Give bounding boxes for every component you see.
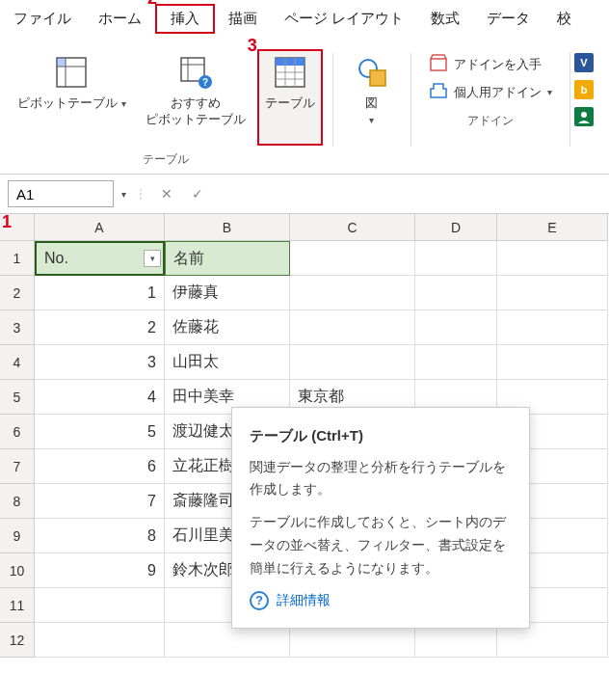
table-tooltip: テーブル (Ctrl+T) 関連データの整理と分析を行うテーブルを作成します。 …: [231, 407, 530, 629]
row-header[interactable]: 10: [0, 553, 35, 588]
cell[interactable]: 山田太: [165, 345, 290, 380]
name-box[interactable]: [8, 180, 114, 207]
row-header[interactable]: 7: [0, 449, 35, 484]
cell[interactable]: [497, 276, 608, 310]
spreadsheet-grid: A B C D E 1 1 No. ▾ 名前 21伊藤真 32佐藤花 43山田太…: [0, 214, 609, 658]
annotation-3: 3: [248, 36, 257, 56]
tooltip-p1: 関連データの整理と分析を行うテーブルを作成します。: [250, 456, 512, 502]
people-icon[interactable]: [574, 107, 594, 126]
row-header[interactable]: 5: [0, 380, 35, 415]
cell[interactable]: 9: [35, 553, 165, 588]
table-button[interactable]: テーブル: [257, 49, 323, 146]
col-header-C[interactable]: C: [290, 214, 415, 241]
menu-draw[interactable]: 描画: [215, 6, 271, 32]
menu-bar: ファイル ホーム 2 挿入 描画 ページ レイアウト 数式 データ 校: [0, 0, 609, 41]
table-row: 43山田太: [0, 345, 609, 380]
header-no: No.: [44, 250, 68, 267]
cell[interactable]: [415, 276, 497, 310]
column-headers: A B C D E: [0, 214, 609, 241]
pivot-label: ピボットテーブル: [17, 95, 118, 110]
cell[interactable]: 7: [35, 484, 165, 519]
row-header[interactable]: 6: [0, 415, 35, 449]
cell[interactable]: [290, 310, 415, 345]
cell[interactable]: 4: [35, 380, 165, 415]
cell-B1[interactable]: 名前: [165, 241, 290, 276]
my-addins-button[interactable]: 個人用アドイン ▾: [429, 81, 552, 103]
svg-rect-17: [431, 59, 446, 70]
cell[interactable]: 3: [35, 345, 165, 380]
cell[interactable]: 伊藤真: [165, 276, 290, 310]
row-header[interactable]: 2: [0, 276, 35, 310]
get-addins-button[interactable]: アドインを入手: [429, 53, 552, 75]
menu-data[interactable]: データ: [473, 6, 543, 32]
cancel-button[interactable]: ✕: [155, 182, 178, 205]
col-header-D[interactable]: D: [415, 214, 497, 241]
illust-label: 図: [365, 95, 378, 110]
col-header-E[interactable]: E: [497, 214, 608, 241]
recommended-pivot-button[interactable]: ? おすすめ ピボットテーブル: [138, 49, 253, 132]
row-header[interactable]: 9: [0, 519, 35, 553]
cell-A1[interactable]: No. ▾: [35, 241, 165, 276]
cell[interactable]: [290, 241, 415, 276]
cell[interactable]: 8: [35, 519, 165, 553]
cell[interactable]: 6: [35, 449, 165, 484]
get-addins-label: アドインを入手: [454, 56, 542, 73]
namebox-chevron-icon[interactable]: ▾: [121, 189, 126, 200]
cell[interactable]: [415, 345, 497, 380]
separator: ⋮: [134, 186, 147, 202]
illustrations-button[interactable]: 図▾: [343, 49, 401, 132]
row-header[interactable]: 4: [0, 345, 35, 380]
table-label: テーブル: [265, 95, 315, 112]
cell[interactable]: 5: [35, 415, 165, 449]
tooltip-p2: テーブルに作成しておくと、シート内のデータの並べ替え、フィルター、書式設定を簡単…: [250, 511, 512, 579]
menu-review[interactable]: 校: [543, 6, 585, 32]
visio-icon[interactable]: V: [574, 53, 594, 72]
menu-formulas[interactable]: 数式: [417, 6, 473, 32]
cell[interactable]: [497, 241, 608, 276]
rec-pivot-label: おすすめ ピボットテーブル: [146, 95, 246, 128]
cell[interactable]: [290, 276, 415, 310]
row-header[interactable]: 8: [0, 484, 35, 519]
annotation-1: 1: [2, 212, 12, 232]
svg-point-23: [581, 112, 587, 118]
row-header[interactable]: 3: [0, 310, 35, 345]
cell[interactable]: 佐藤花: [165, 310, 290, 345]
cell[interactable]: [290, 345, 415, 380]
svg-text:V: V: [580, 57, 588, 68]
recommended-pivot-icon: ?: [176, 53, 215, 92]
chevron-down-icon: ▾: [121, 98, 126, 109]
tooltip-link-label: 詳細情報: [277, 589, 331, 612]
col-header-A[interactable]: A: [35, 214, 165, 241]
menu-insert[interactable]: 挿入: [155, 4, 215, 34]
svg-rect-3: [57, 58, 66, 67]
cell[interactable]: [497, 345, 608, 380]
row-header[interactable]: 11: [0, 588, 35, 623]
ribbon-group-addins: アドインを入手 個人用アドイン ▾ アドイン: [411, 49, 569, 174]
row-header[interactable]: 12: [0, 623, 35, 658]
row-header[interactable]: 1: [0, 241, 35, 276]
group-tables-label: テーブル: [143, 146, 189, 174]
col-header-B[interactable]: B: [165, 214, 290, 241]
cell[interactable]: [497, 310, 608, 345]
tooltip-title: テーブル (Ctrl+T): [250, 423, 512, 448]
tooltip-more-info-link[interactable]: ? 詳細情報: [250, 589, 512, 612]
pivot-table-button[interactable]: ピボットテーブル ▾: [10, 49, 134, 116]
menu-file[interactable]: ファイル: [0, 6, 85, 32]
confirm-button[interactable]: ✓: [186, 182, 209, 205]
addins-icon: [429, 81, 448, 103]
shapes-icon: [353, 53, 391, 92]
filter-dropdown-icon[interactable]: ▾: [144, 250, 161, 267]
menu-home[interactable]: ホーム: [85, 6, 155, 32]
svg-text:b: b: [580, 84, 587, 95]
bing-icon[interactable]: b: [574, 80, 594, 99]
cell[interactable]: [415, 310, 497, 345]
svg-text:?: ?: [202, 77, 208, 88]
table-icon: [271, 53, 309, 92]
formula-bar: ▾ ⋮ ✕ ✓: [0, 175, 609, 214]
cell[interactable]: 2: [35, 310, 165, 345]
cell[interactable]: 1: [35, 276, 165, 310]
menu-pagelayout[interactable]: ページ レイアウト: [271, 6, 417, 32]
cell[interactable]: [35, 588, 165, 623]
cell[interactable]: [35, 623, 165, 658]
cell[interactable]: [415, 241, 497, 276]
